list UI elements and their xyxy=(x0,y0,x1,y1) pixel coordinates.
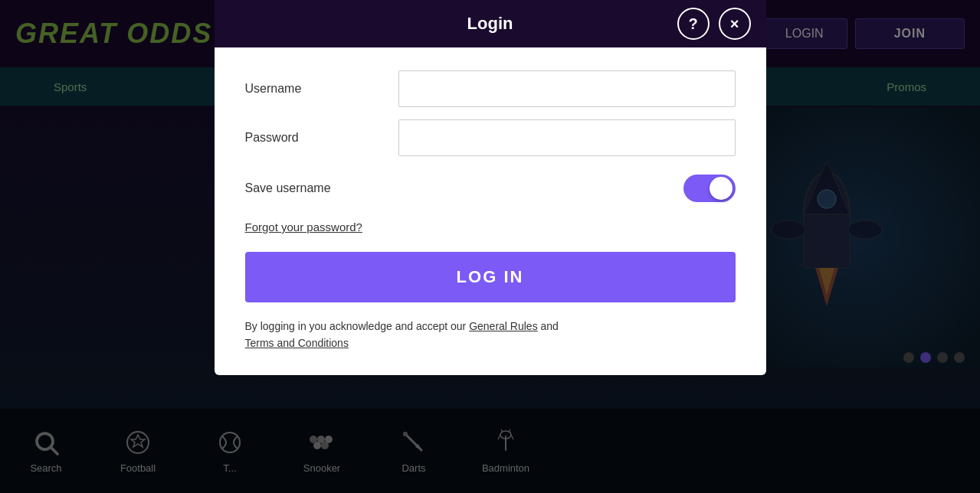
login-modal: Login ? × Username Password xyxy=(215,0,766,375)
forgot-password-link[interactable]: Forgot your password? xyxy=(245,220,736,233)
save-username-label: Save username xyxy=(245,181,683,195)
password-input[interactable] xyxy=(398,119,736,156)
help-button[interactable]: ? xyxy=(677,8,710,40)
modal-header: Login ? × xyxy=(215,0,766,47)
modal-header-icons: ? × xyxy=(677,8,751,40)
modal-body: Username Password Save username Forgot y… xyxy=(215,47,766,375)
modal-overlay: Login ? × Username Password xyxy=(0,0,980,493)
password-label: Password xyxy=(245,131,398,145)
terms-conditions-link[interactable]: Terms and Conditions xyxy=(245,337,349,349)
save-username-toggle[interactable] xyxy=(683,175,736,202)
username-row: Username xyxy=(245,70,736,107)
toggle-track xyxy=(683,175,736,202)
username-input[interactable] xyxy=(398,70,736,107)
toggle-thumb xyxy=(710,177,733,200)
terms-prefix: By logging in you acknowledge and accept… xyxy=(245,320,467,332)
terms-text: By logging in you acknowledge and accept… xyxy=(245,318,736,352)
log-in-button[interactable]: LOG IN xyxy=(245,252,736,302)
save-username-row: Save username xyxy=(245,175,736,202)
password-row: Password xyxy=(245,119,736,156)
close-button[interactable]: × xyxy=(719,8,751,40)
terms-and: and xyxy=(541,320,559,332)
general-rules-link[interactable]: General Rules xyxy=(469,320,538,332)
modal-title: Login xyxy=(467,14,513,34)
username-label: Username xyxy=(245,82,398,96)
